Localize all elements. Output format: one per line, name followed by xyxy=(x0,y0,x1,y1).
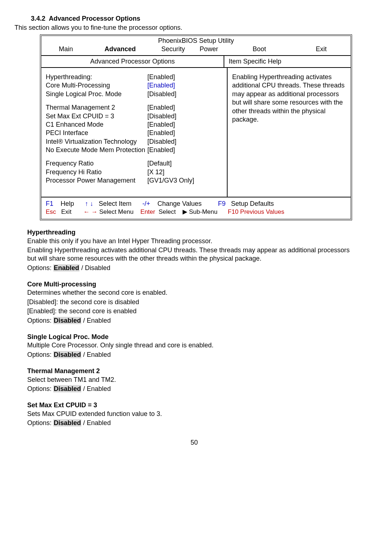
setting-value: [X 12] xyxy=(147,168,222,176)
setting-row[interactable]: Frequency Hi Ratio [X 12] xyxy=(46,168,222,176)
arrows-leftright-icon: ← → xyxy=(83,208,98,216)
setting-label: C1 Enhanced Mode xyxy=(46,121,147,129)
key-setup-defaults: Setup Defaults xyxy=(231,200,274,208)
options-prefix: Options: xyxy=(27,351,53,358)
option-values: Options: Enabled / Disabled xyxy=(27,264,356,272)
setting-row[interactable]: C1 Enhanced Mode [Enabled] xyxy=(46,121,222,129)
option-line: Determines whether the second core is en… xyxy=(27,289,356,297)
bios-subheader: Advanced Processor Options Item Specific… xyxy=(41,55,351,68)
option-values: Options: Disabled / Enabled xyxy=(27,351,356,359)
key-f9: F9 xyxy=(218,200,225,208)
setting-row[interactable]: PECI Interface [Enabled] xyxy=(46,129,222,137)
bios-help-text: Enabling Hyperthreading activates additi… xyxy=(227,68,351,197)
tab-main[interactable]: Main xyxy=(48,45,105,53)
setting-value: [Enabled] xyxy=(147,73,222,81)
tab-exit[interactable]: Exit xyxy=(298,45,344,53)
setting-label: Intel® Virtualization Technology xyxy=(46,138,147,146)
setting-label: Hyperthreading: xyxy=(46,73,147,81)
key-help: Help xyxy=(61,200,74,208)
setting-value: [Disabled] xyxy=(147,112,222,121)
bios-subheader-left: Advanced Processor Options xyxy=(41,56,224,67)
setting-row[interactable]: No Execute Mode Mem Protection [Enabled] xyxy=(46,146,222,154)
section-heading: 3.4.2 Advanced Processor Options xyxy=(31,15,374,23)
setting-row[interactable]: Frequency Ratio [Default] xyxy=(46,159,222,168)
setting-label: No Execute Mode Mem Protection xyxy=(46,146,147,154)
option-block: Core Multi-processingDetermines whether … xyxy=(27,280,356,325)
option-default: Disabled xyxy=(53,317,81,324)
bios-tabs: Main Advanced Security Power Boot Exit xyxy=(41,45,351,55)
options-suffix: / Disabled xyxy=(79,264,110,272)
setting-label: Set Max Ext CPUID = 3 xyxy=(46,112,147,121)
option-line: Select between TM1 and TM2. xyxy=(27,376,356,384)
setting-label: Thermal Management 2 xyxy=(46,103,147,112)
key-f10: F10 xyxy=(228,208,238,216)
setting-value: [Disabled] xyxy=(147,138,222,146)
option-line: [Disabled]: the second core is disabled xyxy=(27,298,356,306)
tab-boot[interactable]: Boot xyxy=(245,45,298,53)
setting-value: [Enabled] xyxy=(147,103,222,112)
setting-row[interactable]: Intel® Virtualization Technology [Disabl… xyxy=(46,138,222,146)
key-change-values: Change Values xyxy=(158,200,202,208)
section-description: This section allows you to fine-tune the… xyxy=(15,24,374,32)
option-line: Enabling Hyperthreading activates additi… xyxy=(27,246,356,263)
tab-advanced[interactable]: Advanced xyxy=(105,45,150,53)
option-title: Set Max Ext CPUID = 3 xyxy=(27,401,356,409)
setting-label: Frequency Hi Ratio xyxy=(46,168,147,176)
option-title: Single Logical Proc. Mode xyxy=(27,333,356,341)
key-f1: F1 xyxy=(46,200,53,208)
setting-value: [Disabled] xyxy=(147,90,222,98)
bios-panel: PhoenixBIOS Setup Utility Main Advanced … xyxy=(40,34,352,220)
option-default: Disabled xyxy=(53,419,81,427)
key-esc: Esc xyxy=(46,208,56,216)
setting-label: Single Logical Proc. Mode xyxy=(46,90,147,98)
tab-power[interactable]: Power xyxy=(196,45,245,53)
key-select-menu: Select Menu xyxy=(99,208,134,216)
bios-utility-title: PhoenixBIOS Setup Utility xyxy=(41,36,351,45)
option-values: Options: Disabled / Enabled xyxy=(27,317,356,325)
key-plusminus: -/+ xyxy=(142,200,150,208)
options-prefix: Options: xyxy=(27,264,53,272)
setting-row[interactable]: Single Logical Proc. Mode [Disabled] xyxy=(46,90,222,98)
footer-row-1: F1 Help ↑ ↓ Select Item -/+ Change Value… xyxy=(46,200,346,208)
key-prev-values: Previous Values xyxy=(240,208,285,216)
setting-value: [GV1/GV3 Only] xyxy=(147,176,222,185)
key-enter: Enter xyxy=(140,208,155,216)
setting-row[interactable]: Processor Power Management [GV1/GV3 Only… xyxy=(46,176,222,185)
option-title: Thermal Management 2 xyxy=(27,367,356,375)
option-values: Options: Disabled / Enabled xyxy=(27,385,356,393)
setting-row[interactable]: Hyperthreading: [Enabled] xyxy=(46,73,222,81)
setting-value: [Enabled] xyxy=(147,129,222,137)
bios-settings: Hyperthreading: [Enabled] Core Multi-Pro… xyxy=(41,68,227,197)
submenu-icon: ▶ Sub-Menu xyxy=(183,208,217,216)
option-default: Disabled xyxy=(53,385,81,392)
options-prefix: Options: xyxy=(27,419,53,427)
setting-value: [Default] xyxy=(147,159,222,168)
setting-value: [Enabled] xyxy=(147,81,222,90)
options-suffix: / Enabled xyxy=(81,419,111,427)
section-title-text: Advanced Processor Options xyxy=(49,15,140,22)
option-block: Single Logical Proc. ModeMultiple Core P… xyxy=(27,333,356,359)
setting-value: [Enabled] xyxy=(147,146,222,154)
setting-row[interactable]: Set Max Ext CPUID = 3 [Disabled] xyxy=(46,112,222,121)
bios-body: Hyperthreading: [Enabled] Core Multi-Pro… xyxy=(41,68,351,197)
option-title: Hyperthreading xyxy=(27,228,356,237)
section-number: 3.4.2 xyxy=(31,15,45,22)
setting-row[interactable]: Core Multi-Processing [Enabled] xyxy=(46,81,222,90)
option-line: [Enabled]: the second core is enabled xyxy=(27,307,356,315)
options-suffix: / Enabled xyxy=(81,385,111,392)
setting-label: Core Multi-Processing xyxy=(46,81,147,90)
option-line: Sets Max CPUID extended function value t… xyxy=(27,410,356,418)
setting-label: Frequency Ratio xyxy=(46,159,147,168)
setting-label: PECI Interface xyxy=(46,129,147,137)
setting-row[interactable]: Thermal Management 2 [Enabled] xyxy=(46,103,222,112)
key-select-item: Select Item xyxy=(99,200,131,208)
option-line: Enable this only if you have an Intel Hy… xyxy=(27,237,356,245)
setting-label: Processor Power Management xyxy=(46,176,147,185)
tab-security[interactable]: Security xyxy=(150,45,196,53)
bios-footer: F1 Help ↑ ↓ Select Item -/+ Change Value… xyxy=(41,197,351,219)
options-prefix: Options: xyxy=(27,317,53,324)
options-suffix: / Enabled xyxy=(81,317,111,324)
option-block: Thermal Management 2Select between TM1 a… xyxy=(27,367,356,393)
option-values: Options: Disabled / Enabled xyxy=(27,419,356,427)
option-title: Core Multi-processing xyxy=(27,280,356,289)
